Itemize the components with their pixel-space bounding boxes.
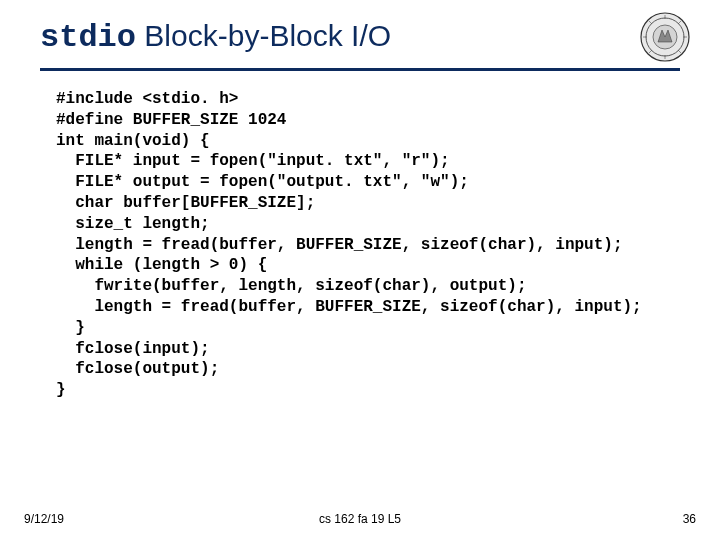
title-underline (40, 68, 680, 71)
slide-title: stdio Block-by-Block I/O (40, 19, 391, 56)
title-row: stdio Block-by-Block I/O (0, 0, 720, 62)
title-rest: Block-by-Block I/O (136, 19, 391, 52)
code-block: #include <stdio. h> #define BUFFER_SIZE … (56, 89, 720, 401)
footer-date: 9/12/19 (24, 512, 64, 526)
footer-center: cs 162 fa 19 L5 (319, 512, 401, 526)
title-mono: stdio (40, 19, 136, 56)
footer-page-number: 36 (683, 512, 696, 526)
university-seal-icon (640, 12, 690, 62)
slide: stdio Block-by-Block I/O (0, 0, 720, 540)
